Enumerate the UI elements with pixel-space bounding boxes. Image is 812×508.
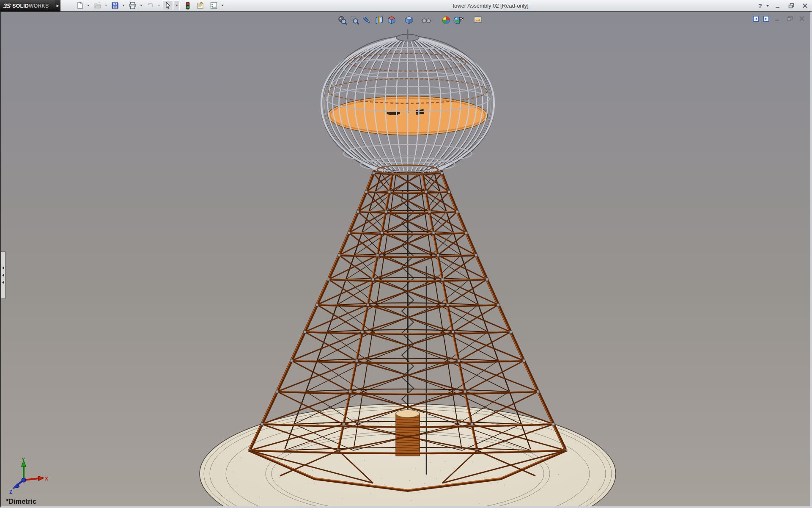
help-dropdown-caret[interactable] (766, 5, 769, 7)
help-button[interactable]: ? (758, 2, 762, 9)
new-document-icon (76, 2, 84, 9)
scene-flag-icon (453, 15, 464, 25)
display-style-button[interactable] (403, 14, 414, 26)
zoom-to-fit-icon (337, 15, 348, 25)
view-orientation-button[interactable] (386, 14, 397, 26)
doc-restore-button[interactable] (785, 15, 794, 22)
stoplight-button[interactable] (184, 1, 192, 10)
open-button[interactable] (92, 1, 103, 10)
zoom-to-area-icon (350, 15, 360, 25)
doc-close-icon (799, 16, 805, 22)
select-tool-button[interactable] (163, 1, 173, 10)
save-button[interactable] (110, 1, 120, 10)
document-window-controls: ◄ ► (753, 15, 806, 22)
main-toolbar (75, 1, 225, 10)
new-dropdown-caret[interactable] (87, 5, 90, 6)
comment-button[interactable] (195, 1, 206, 10)
print-dropdown-caret[interactable] (140, 5, 143, 6)
checklist-dropdown-caret[interactable] (221, 5, 224, 6)
menu-expand-arrow[interactable]: ▶ (55, 0, 60, 11)
stoplight-icon (185, 2, 190, 10)
undo-icon (146, 2, 154, 9)
triad-y-label: Y (22, 457, 25, 463)
edit-appearance-button[interactable] (440, 14, 452, 26)
checklist-icon (210, 2, 218, 9)
brand-mark: 3S (3, 2, 11, 9)
zoom-to-area-button[interactable] (349, 14, 360, 26)
minimize-icon (775, 3, 780, 8)
view-orientation-icon (387, 15, 397, 25)
apply-scene-button[interactable] (453, 14, 464, 26)
save-dropdown-caret[interactable] (122, 5, 125, 6)
restore-button[interactable] (787, 2, 796, 10)
collapse-arrow-icon (2, 273, 4, 277)
solidworks-logo: 3S SOLIDWORKS (0, 0, 55, 11)
select-dropdown-caret[interactable] (174, 1, 180, 10)
document-title: tower Assembly 02 [Read-only] (453, 0, 528, 11)
view-orientation-label: *Dimetric (6, 498, 36, 505)
doc-restore-icon (787, 16, 793, 22)
checklist-button[interactable] (208, 1, 219, 10)
restore-icon (788, 3, 794, 8)
close-button[interactable] (800, 2, 809, 10)
headsup-view-toolbar (337, 14, 484, 26)
save-icon (111, 2, 119, 9)
doc-close-button[interactable] (798, 15, 806, 22)
appearance-sphere-icon (441, 15, 451, 25)
open-folder-icon (93, 2, 102, 9)
previous-view-icon (362, 15, 372, 25)
app-window-controls: ? (758, 0, 809, 11)
select-cursor-icon (164, 2, 172, 9)
tower-3d-model[interactable] (1, 12, 810, 506)
triad-x-label: X (45, 476, 48, 482)
dock-left-button[interactable]: ◄ (753, 16, 759, 22)
title-bar: 3S SOLIDWORKS ▶ (0, 0, 812, 11)
view-settings-button[interactable] (472, 14, 484, 26)
previous-view-button[interactable] (361, 14, 373, 26)
new-document-button[interactable] (75, 1, 85, 10)
open-dropdown-caret[interactable] (105, 5, 107, 6)
zoom-to-fit-button[interactable] (337, 14, 348, 26)
collapse-arrow-icon (2, 266, 4, 270)
dock-right-icon: ► (765, 17, 768, 21)
doc-minimize-icon (775, 16, 780, 21)
brand-name: SOLIDWORKS (12, 2, 49, 9)
view-settings-icon (473, 15, 484, 25)
section-view-button[interactable] (373, 14, 385, 26)
undo-button[interactable] (145, 1, 156, 10)
minimize-button[interactable] (773, 2, 782, 10)
eyeglasses-icon (421, 15, 432, 25)
hide-show-items-button[interactable] (420, 14, 432, 26)
section-view-icon (374, 15, 384, 25)
doc-minimize-button[interactable] (773, 15, 782, 22)
undo-dropdown-caret[interactable] (158, 5, 160, 6)
collapse-arrow-icon (2, 281, 4, 284)
feature-panel-splitter[interactable] (1, 251, 5, 299)
triad-z-label: Z (9, 489, 12, 495)
comment-note-icon (196, 2, 205, 9)
orientation-triad: Y X Z (6, 456, 48, 495)
graphics-viewport[interactable]: ◄ ► Y X Z *Dimet (0, 11, 812, 508)
print-icon (129, 2, 137, 9)
display-style-icon (404, 15, 414, 25)
dock-right-button[interactable]: ► (763, 16, 769, 22)
dock-left-icon: ◄ (754, 17, 758, 21)
close-icon (802, 3, 808, 8)
print-button[interactable] (127, 1, 138, 10)
